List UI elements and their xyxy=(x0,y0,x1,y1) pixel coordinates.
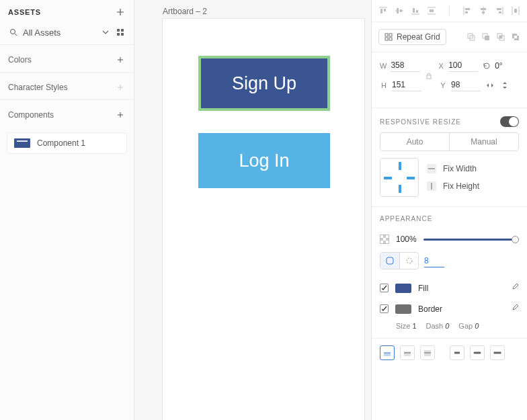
svg-point-37 xyxy=(407,258,412,263)
stroke-outside-icon[interactable] xyxy=(420,345,435,360)
fill-swatch[interactable] xyxy=(395,284,411,293)
login-button-design[interactable]: Log In xyxy=(198,133,330,188)
charstyles-section[interactable]: Character Styles xyxy=(0,73,134,99)
responsive-toggle[interactable] xyxy=(500,116,519,127)
align-vcenter-icon[interactable] xyxy=(395,6,404,15)
lock-aspect-icon[interactable] xyxy=(425,72,432,81)
colors-section[interactable]: Colors xyxy=(0,45,134,72)
resize-auto[interactable]: Auto xyxy=(380,133,449,151)
opacity-slider[interactable] xyxy=(423,239,519,241)
rotate-icon[interactable] xyxy=(482,60,491,71)
bool-union-icon[interactable] xyxy=(467,32,476,42)
flip-v-icon[interactable] xyxy=(499,80,510,91)
opacity-value[interactable]: 100% xyxy=(396,235,417,244)
height-label: H xyxy=(380,81,388,89)
repeat-grid-button[interactable]: Repeat Grid xyxy=(378,29,446,45)
components-label: Components xyxy=(8,110,54,120)
x-input[interactable] xyxy=(448,59,478,72)
cap-butt-icon[interactable] xyxy=(450,345,464,360)
corner-radius-input[interactable] xyxy=(424,255,444,267)
fix-width-label: Fix Width xyxy=(443,164,477,173)
svg-rect-12 xyxy=(465,8,470,10)
inspector-panel: Repeat Grid W X 0° H xyxy=(371,0,527,420)
svg-rect-2 xyxy=(121,29,124,32)
svg-rect-29 xyxy=(499,36,502,38)
border-size-value[interactable]: 1 xyxy=(412,322,416,330)
svg-rect-22 xyxy=(389,38,392,40)
distribute-h-icon[interactable] xyxy=(511,6,520,15)
cap-round-icon[interactable] xyxy=(470,345,485,360)
add-charstyle-icon[interactable] xyxy=(115,82,126,93)
fix-width-row[interactable]: Fix Width xyxy=(427,164,479,173)
bool-intersect-icon[interactable] xyxy=(496,32,505,42)
align-right-icon[interactable] xyxy=(495,6,504,15)
resize-manual[interactable]: Manual xyxy=(449,133,518,151)
svg-rect-18 xyxy=(514,9,517,13)
distribute-v-icon[interactable] xyxy=(427,6,436,15)
bool-exclude-icon[interactable] xyxy=(511,32,520,42)
transform-section: W X 0° H Y xyxy=(372,52,527,108)
chevron-down-icon[interactable] xyxy=(100,27,111,38)
assets-title: ASSETS xyxy=(8,8,41,16)
svg-rect-4 xyxy=(121,33,124,36)
svg-rect-11 xyxy=(430,9,434,12)
svg-rect-34 xyxy=(428,168,435,169)
corner-individual-icon[interactable] xyxy=(399,253,418,269)
svg-rect-5 xyxy=(380,9,382,13)
bool-subtract-icon[interactable] xyxy=(481,32,491,42)
corner-all-icon[interactable] xyxy=(380,253,399,269)
border-gap-value[interactable]: 0 xyxy=(475,322,479,330)
svg-rect-8 xyxy=(400,9,402,12)
border-checkbox[interactable] xyxy=(380,304,389,313)
fix-width-icon xyxy=(427,164,436,173)
y-input[interactable] xyxy=(451,79,481,91)
align-top-icon[interactable] xyxy=(378,6,388,15)
rotation-value[interactable]: 0° xyxy=(495,60,519,72)
search-icon[interactable] xyxy=(8,27,19,38)
appearance-title: APPEARANCE xyxy=(380,215,432,222)
fix-height-row[interactable]: Fix Height xyxy=(427,181,479,191)
add-component-icon[interactable] xyxy=(115,110,126,120)
svg-rect-21 xyxy=(385,38,388,40)
fill-checkbox[interactable] xyxy=(380,284,389,292)
align-left-icon[interactable] xyxy=(462,6,472,15)
width-label: W xyxy=(380,62,387,70)
flip-h-icon[interactable] xyxy=(485,80,495,91)
artboard-label[interactable]: Artboard – 2 xyxy=(163,7,207,16)
align-hcenter-icon[interactable] xyxy=(479,6,488,15)
stroke-center-icon[interactable] xyxy=(400,345,415,360)
svg-rect-33 xyxy=(427,75,431,79)
resize-anchor[interactable] xyxy=(380,158,419,197)
cap-square-icon[interactable] xyxy=(490,345,505,360)
height-input[interactable] xyxy=(392,79,421,91)
add-color-icon[interactable] xyxy=(115,54,126,65)
fill-label: Fill xyxy=(418,284,428,293)
components-section[interactable]: Components xyxy=(0,100,134,127)
add-asset-icon[interactable] xyxy=(115,7,126,17)
artboard[interactable]: Sign Up Log In xyxy=(163,19,364,420)
signup-button-design[interactable]: Sign Up xyxy=(198,56,330,111)
stroke-inside-icon[interactable] xyxy=(380,345,395,360)
svg-rect-1 xyxy=(117,29,120,32)
border-dash-value[interactable]: 0 xyxy=(445,322,449,330)
svg-rect-6 xyxy=(384,9,386,11)
component-item[interactable]: Component 1 xyxy=(7,132,127,154)
canvas[interactable]: Artboard – 2 Sign Up Log In xyxy=(134,0,371,420)
responsive-title: RESPONSIVE RESIZE xyxy=(380,118,461,126)
align-bottom-icon[interactable] xyxy=(411,6,420,15)
resize-mode-segment[interactable]: Auto Manual xyxy=(380,132,519,151)
width-input[interactable] xyxy=(391,59,420,72)
svg-rect-9 xyxy=(413,8,415,13)
svg-rect-19 xyxy=(385,34,388,36)
grid-view-icon[interactable] xyxy=(115,27,126,38)
border-eyedropper-icon[interactable] xyxy=(511,304,519,314)
asset-search-input[interactable] xyxy=(23,28,96,38)
border-swatch[interactable] xyxy=(395,304,411,314)
border-label: Border xyxy=(418,304,442,314)
svg-rect-13 xyxy=(465,11,468,13)
fix-height-icon xyxy=(427,181,436,191)
colors-label: Colors xyxy=(8,55,32,65)
login-button-label: Log In xyxy=(239,151,289,171)
charstyles-label: Character Styles xyxy=(8,83,68,92)
fill-eyedropper-icon[interactable] xyxy=(511,283,519,293)
